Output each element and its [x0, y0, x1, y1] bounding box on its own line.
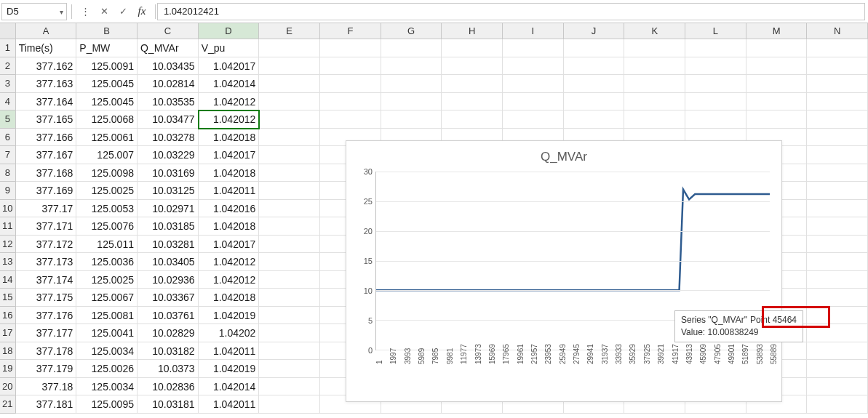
cell-E1[interactable] — [259, 39, 320, 57]
row-header-13[interactable]: 13 — [0, 253, 16, 271]
cell-H5[interactable] — [442, 110, 503, 129]
cell-N7[interactable] — [807, 146, 868, 164]
cell-C19[interactable]: 10.0373 — [138, 360, 199, 378]
cell-E3[interactable] — [259, 75, 320, 93]
col-header-N[interactable]: N — [807, 23, 868, 39]
cell-E14[interactable] — [259, 271, 320, 289]
cell-E13[interactable] — [259, 253, 320, 271]
cell-C8[interactable]: 10.03169 — [138, 164, 199, 182]
row-header-14[interactable]: 14 — [0, 271, 16, 289]
cell-N1[interactable] — [807, 39, 868, 57]
name-box[interactable]: D5 ▾ — [1, 3, 67, 20]
enter-icon[interactable]: ✓ — [114, 3, 132, 20]
row-header-12[interactable]: 12 — [0, 236, 16, 254]
row-header-8[interactable]: 8 — [0, 164, 16, 182]
col-header-L[interactable]: L — [685, 23, 746, 39]
cell-M2[interactable] — [746, 57, 808, 76]
cell-A21[interactable]: 377.181 — [16, 395, 77, 414]
col-header-M[interactable]: M — [746, 23, 808, 39]
row-header-5[interactable]: 5 — [0, 110, 16, 129]
cell-D9[interactable]: 1.042011 — [199, 182, 260, 200]
cell-I3[interactable] — [503, 75, 564, 93]
cell-N4[interactable] — [807, 93, 868, 111]
cell-E8[interactable] — [259, 164, 320, 182]
col-header-G[interactable]: G — [381, 23, 442, 39]
cell-K1[interactable] — [624, 39, 685, 57]
cell-B16[interactable]: 125.0081 — [76, 307, 138, 325]
cell-C18[interactable]: 10.03182 — [138, 342, 199, 361]
col-header-K[interactable]: K — [624, 23, 685, 39]
embedded-chart[interactable]: Q_MVAr 051015202530 11997399359897985998… — [346, 140, 782, 402]
cell-E18[interactable] — [259, 342, 320, 361]
row-header-7[interactable]: 7 — [0, 146, 16, 164]
cell-C13[interactable]: 10.03405 — [138, 253, 199, 271]
cell-A2[interactable]: 377.162 — [16, 57, 77, 76]
cell-H2[interactable] — [442, 57, 503, 76]
cell-D16[interactable]: 1.042019 — [199, 307, 260, 325]
row-header-4[interactable]: 4 — [0, 93, 16, 111]
cell-F2[interactable] — [320, 57, 381, 76]
cell-J1[interactable] — [564, 39, 625, 57]
cell-C15[interactable]: 10.03367 — [138, 289, 199, 307]
row-header-16[interactable]: 16 — [0, 307, 16, 325]
cell-E21[interactable] — [259, 395, 320, 414]
cell-A13[interactable]: 377.173 — [16, 253, 77, 271]
cell-H3[interactable] — [442, 75, 503, 93]
cell-M1[interactable] — [746, 39, 808, 57]
cell-K4[interactable] — [624, 93, 685, 111]
cell-N20[interactable] — [807, 378, 868, 396]
cell-A14[interactable]: 377.174 — [16, 271, 77, 289]
worksheet[interactable]: ABCDEFGHIJKLMN 1Time(s)P_MWQ_MVArV_pu237… — [0, 23, 868, 418]
cell-E10[interactable] — [259, 200, 320, 218]
cell-B17[interactable]: 125.0041 — [76, 324, 138, 342]
formula-input[interactable]: 1.042012421 — [157, 3, 865, 20]
col-header-D[interactable]: D — [199, 23, 260, 39]
cell-N6[interactable] — [807, 129, 868, 147]
row-header-9[interactable]: 9 — [0, 182, 16, 200]
cell-C4[interactable]: 10.03535 — [138, 93, 199, 111]
cell-B10[interactable]: 125.0053 — [76, 200, 138, 218]
cell-N17[interactable] — [807, 324, 868, 342]
cell-B15[interactable]: 125.0067 — [76, 289, 138, 307]
cell-C20[interactable]: 10.02836 — [138, 378, 199, 396]
cell-D15[interactable]: 1.042018 — [199, 289, 260, 307]
cell-E20[interactable] — [259, 378, 320, 396]
cell-M4[interactable] — [746, 93, 808, 111]
cell-C6[interactable]: 10.03278 — [138, 129, 199, 147]
cell-I5[interactable] — [503, 110, 564, 129]
cell-D20[interactable]: 1.042014 — [199, 378, 260, 396]
cell-F1[interactable] — [320, 39, 381, 57]
col-header-E[interactable]: E — [259, 23, 320, 39]
cancel-icon[interactable]: ✕ — [95, 3, 113, 20]
cell-K2[interactable] — [624, 57, 685, 76]
cell-B5[interactable]: 125.0068 — [76, 110, 138, 129]
cell-N10[interactable] — [807, 200, 868, 218]
cell-A9[interactable]: 377.169 — [16, 182, 77, 200]
cell-E5[interactable] — [259, 110, 320, 129]
row-header-20[interactable]: 20 — [0, 378, 16, 396]
cell-I2[interactable] — [503, 57, 564, 76]
cell-A15[interactable]: 377.175 — [16, 289, 77, 307]
row-header-19[interactable]: 19 — [0, 360, 16, 378]
cell-N9[interactable] — [807, 182, 868, 200]
cell-E2[interactable] — [259, 57, 320, 76]
col-header-A[interactable]: A — [16, 23, 77, 39]
cell-N14[interactable] — [807, 271, 868, 289]
cell-N21[interactable] — [807, 395, 868, 414]
cell-N12[interactable] — [807, 236, 868, 254]
cell-E12[interactable] — [259, 236, 320, 254]
cell-B6[interactable]: 125.0061 — [76, 129, 138, 147]
cell-N3[interactable] — [807, 75, 868, 93]
cell-G3[interactable] — [381, 75, 442, 93]
row-header-15[interactable]: 15 — [0, 289, 16, 307]
cell-B7[interactable]: 125.007 — [76, 146, 138, 164]
cell-D3[interactable]: 1.042014 — [199, 75, 260, 93]
cell-L5[interactable] — [685, 110, 746, 129]
cell-N11[interactable] — [807, 217, 868, 236]
cell-J3[interactable] — [564, 75, 625, 93]
cell-A12[interactable]: 377.172 — [16, 236, 77, 254]
cell-A7[interactable]: 377.167 — [16, 146, 77, 164]
cell-B11[interactable]: 125.0076 — [76, 217, 138, 236]
cell-A8[interactable]: 377.168 — [16, 164, 77, 182]
col-header-F[interactable]: F — [320, 23, 381, 39]
